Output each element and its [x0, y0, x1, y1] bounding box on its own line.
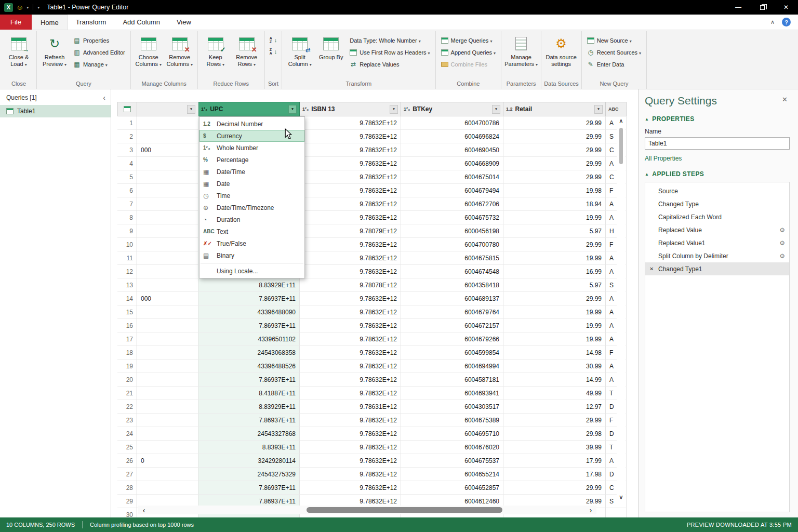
close-settings-icon[interactable]: ✕ [780, 95, 790, 104]
cell-btkey[interactable]: 6004700786 [401, 116, 503, 130]
cell-retail[interactable]: 17.98 [503, 468, 606, 481]
applied-step[interactable]: Changed Type [645, 197, 789, 210]
cell-retail[interactable]: 29.99 [503, 414, 606, 427]
cell-retail[interactable]: 29.99 [503, 157, 606, 170]
ribbon-tab[interactable]: File [0, 15, 32, 30]
cell-col-a[interactable] [137, 373, 198, 387]
row-number[interactable]: 17 [117, 332, 137, 346]
row-number[interactable]: 23 [117, 414, 137, 427]
cell-retail[interactable]: 19.99 [503, 319, 606, 332]
help-icon[interactable]: ? [782, 18, 791, 26]
ribbon-tab[interactable]: Add Column [114, 15, 168, 30]
data-type-menu-item[interactable]: ABC Text [200, 225, 304, 237]
query-list-item[interactable]: Table1 [0, 105, 111, 117]
cell-col-a[interactable] [137, 224, 198, 238]
cell-isbn13[interactable]: 9.78632E+12 [300, 373, 401, 387]
status-profiling-info[interactable]: Column profiling based on top 1000 rows [90, 522, 194, 528]
cell-isbn13[interactable]: 9.78632E+12 [300, 184, 401, 197]
cell-retail[interactable]: 19.99 [503, 211, 606, 224]
column-type-icon[interactable]: ABC [608, 107, 619, 112]
cell-retail[interactable]: 19.99 [503, 332, 606, 346]
cell-col-a[interactable] [137, 184, 198, 197]
select-all-button[interactable] [117, 102, 137, 116]
column-header[interactable]: ABC [606, 102, 627, 116]
cell-btkey[interactable]: 6004679764 [401, 305, 503, 319]
row-number[interactable]: 1 [117, 116, 137, 130]
cell-upc[interactable]: 43396501102 [198, 332, 300, 346]
row-number[interactable]: 4 [117, 157, 137, 170]
cell-upc[interactable]: 8.41887E+11 [198, 387, 300, 400]
cell-isbn13[interactable]: 9.78632E+12 [300, 414, 401, 427]
cell-col-a[interactable] [137, 387, 198, 400]
cell-btkey[interactable]: 6004655214 [401, 468, 503, 481]
cell-isbn13[interactable]: 9.78632E+12 [300, 332, 401, 346]
cell-col-a[interactable]: 000 [137, 292, 198, 305]
cell-col-a[interactable] [137, 427, 198, 441]
restore-button[interactable] [750, 0, 774, 15]
cell-upc[interactable]: 8.8393E+11 [198, 441, 300, 454]
cell-col-a[interactable]: 000 [137, 143, 198, 157]
cell-btkey[interactable]: 6004675014 [401, 170, 503, 184]
cell-btkey[interactable]: 6004672706 [401, 197, 503, 211]
cell-upc[interactable]: 43396488090 [198, 305, 300, 319]
cell-upc[interactable]: 7.86937E+11 [198, 373, 300, 387]
cell-btkey[interactable]: 6004675815 [401, 251, 503, 265]
close-and-load-button[interactable]: → Close & Load [4, 32, 34, 73]
cell-isbn13[interactable]: 9.78632E+12 [300, 387, 401, 400]
cell-btkey[interactable]: 6004303517 [401, 400, 503, 414]
cell-next-column[interactable] [606, 508, 627, 517]
cell-btkey[interactable]: 6004679494 [401, 184, 503, 197]
applied-steps-section-header[interactable]: ▲ APPLIED STEPS [645, 170, 790, 178]
cell-retail[interactable]: 29.99 [503, 238, 606, 251]
cell-btkey[interactable]: 6004693941 [401, 387, 503, 400]
cell-isbn13[interactable]: 9.78631E+12 [300, 400, 401, 414]
cell-btkey[interactable]: 6004675732 [401, 211, 503, 224]
cell-col-a[interactable] [137, 197, 198, 211]
cell-btkey[interactable]: 6004652857 [401, 481, 503, 495]
manage-button[interactable]: ▦ Manage [71, 58, 128, 70]
remove-columns-button[interactable]: ✕ Remove Columns [165, 32, 195, 73]
row-number[interactable]: 29 [117, 495, 137, 508]
cell-col-a[interactable] [137, 170, 198, 184]
row-number[interactable]: 12 [117, 265, 137, 278]
data-type-button[interactable]: Data Type: Whole Number [347, 34, 432, 46]
sort-ascending-button[interactable]: AZ ↓ [268, 34, 280, 46]
cell-isbn13[interactable]: 9.78632E+12 [300, 143, 401, 157]
enter-data-button[interactable]: ✎ Enter Data [584, 58, 644, 70]
cell-retail[interactable]: 29.98 [503, 427, 606, 441]
cell-isbn13[interactable]: 9.78632E+12 [300, 481, 401, 495]
cell-isbn13[interactable]: 9.78632E+12 [300, 346, 401, 360]
delete-step-icon[interactable]: ✕ [649, 266, 658, 272]
horizontal-scroll-thumb[interactable] [307, 507, 502, 513]
column-header[interactable]: 1²₃ UPC [198, 102, 300, 116]
row-number[interactable]: 10 [117, 238, 137, 251]
row-number[interactable]: 2 [117, 130, 137, 143]
cell-col-a[interactable] [137, 332, 198, 346]
cell-retail[interactable]: 39.99 [503, 441, 606, 454]
query-name-input[interactable] [645, 137, 790, 150]
cell-isbn13[interactable]: 9.78632E+12 [300, 157, 401, 170]
cell-btkey[interactable]: 6004587181 [401, 373, 503, 387]
column-header[interactable] [137, 102, 198, 116]
cell-retail[interactable]: 17.99 [503, 454, 606, 468]
cell-btkey[interactable]: 6004700780 [401, 238, 503, 251]
column-header[interactable]: 1²₃ BTKey [401, 102, 503, 116]
cell-btkey[interactable]: 6004689137 [401, 292, 503, 305]
cell-col-a[interactable] [137, 481, 198, 495]
data-type-menu-item[interactable]: ⊕ Date/Time/Timezone [200, 202, 304, 214]
cell-isbn13[interactable]: 9.78632E+12 [300, 454, 401, 468]
column-type-icon[interactable]: 1.2 [506, 107, 513, 112]
applied-step[interactable]: ✕ Changed Type1 [645, 262, 789, 275]
cell-col-a[interactable] [137, 346, 198, 360]
row-number[interactable]: 5 [117, 170, 137, 184]
filter-dropdown-icon[interactable] [187, 105, 195, 114]
filter-dropdown-icon[interactable] [390, 105, 398, 114]
recent-sources-button[interactable]: ◷ Recent Sources [584, 46, 644, 58]
cell-upc[interactable]: 8.83929E+11 [198, 278, 300, 292]
cell-upc[interactable]: 7.86937E+11 [198, 319, 300, 332]
cell-col-a[interactable] [137, 265, 198, 278]
scroll-left-icon[interactable]: ‹ [138, 506, 150, 514]
cell-retail[interactable]: 29.99 [503, 143, 606, 157]
scroll-up-icon[interactable]: ∧ [619, 116, 623, 126]
properties-button[interactable]: ▤ Properties [71, 34, 128, 46]
